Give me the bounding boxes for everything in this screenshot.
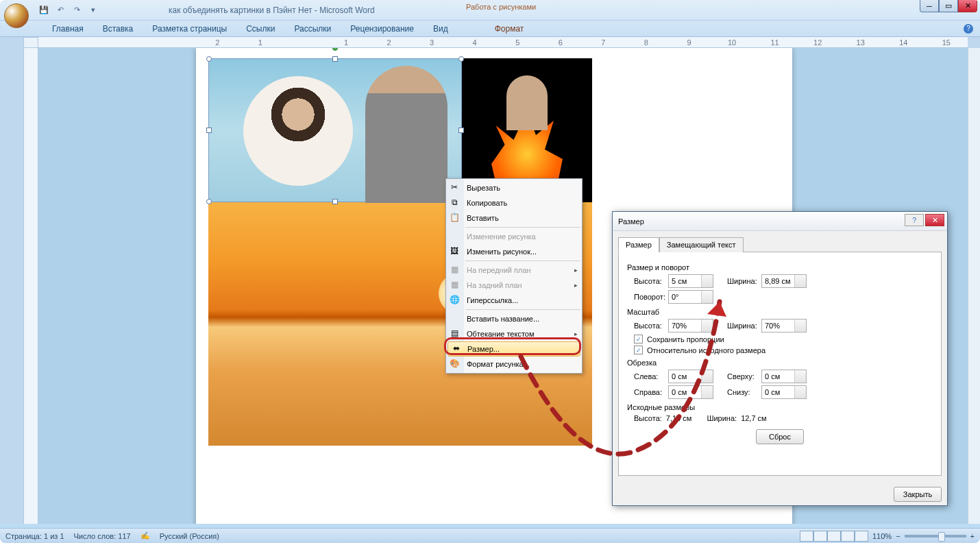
dialog-help-button[interactable]: ? <box>905 214 924 226</box>
menu-edit-image: Изменение рисунка <box>446 229 582 244</box>
selected-image[interactable] <box>208 58 462 202</box>
group-size-rotate: Размер и поворот <box>627 263 933 272</box>
menu-copy[interactable]: ⧉Копировать <box>446 195 582 210</box>
menu-text-wrap[interactable]: ▤Обтекание текстом <box>446 326 582 341</box>
send-back-icon: ▦ <box>449 280 460 291</box>
menu-cut[interactable]: ✂Вырезать <box>446 180 582 195</box>
save-icon[interactable]: 💾 <box>37 3 51 17</box>
ribbon-tab[interactable]: Рассылки <box>290 21 335 36</box>
quick-access-toolbar: 💾 ↶ ↷ ▾ <box>4 0 100 23</box>
group-scale: Масштаб <box>627 308 933 316</box>
proofing-icon[interactable]: ✍ <box>140 531 150 540</box>
status-bar: Страница: 1 из 1 Число слов: 117 ✍ Русск… <box>0 528 980 543</box>
crop-right-input[interactable]: 0 см▲▼ <box>668 385 713 399</box>
person-graphic <box>365 66 448 203</box>
zoom-level[interactable]: 110% <box>872 532 892 540</box>
resize-handle[interactable] <box>206 56 212 62</box>
status-page[interactable]: Страница: 1 из 1 <box>5 532 64 540</box>
resize-handle[interactable] <box>332 56 338 62</box>
group-original: Исходные размеры <box>627 403 933 411</box>
resize-handle[interactable] <box>206 199 212 204</box>
label-crop-right: Справа: <box>627 388 668 396</box>
height-input[interactable]: 5 см▲▼ <box>668 274 713 288</box>
width-input[interactable]: 8,89 см▲▼ <box>761 274 807 288</box>
size-icon: ⬌ <box>451 343 462 354</box>
dialog-titlebar[interactable]: Размер ? ✕ <box>613 212 947 231</box>
word-window: 💾 ↶ ↷ ▾ как объединять картинки в Пэйнт … <box>0 0 980 543</box>
close-button[interactable]: ✕ <box>958 0 977 12</box>
maximize-button[interactable]: ▭ <box>939 0 958 12</box>
menu-size[interactable]: ⬌Размер... <box>448 341 580 357</box>
menu-send-back: ▦На задний план <box>446 278 582 293</box>
rotate-input[interactable]: 0°▲▼ <box>668 290 713 304</box>
ruler-corner <box>23 37 38 48</box>
orig-height-value: 7,14 см <box>666 414 692 422</box>
resize-handle[interactable] <box>332 199 338 204</box>
vertical-ruler[interactable] <box>23 48 38 524</box>
label-width: Ширина: <box>713 277 761 285</box>
help-icon[interactable]: ? <box>964 24 973 34</box>
orig-height-label: Высота: <box>634 414 662 422</box>
ribbon-tab[interactable]: Главная <box>48 21 88 36</box>
vertical-scrollbar[interactable] <box>968 48 980 524</box>
menu-format-picture[interactable]: 🎨Формат рисунка... <box>446 357 582 372</box>
resize-handle[interactable] <box>458 128 464 133</box>
cut-icon: ✂ <box>449 182 460 193</box>
redo-icon[interactable]: ↷ <box>70 3 84 17</box>
ribbon-tab[interactable]: Вид <box>429 21 452 36</box>
context-menu: ✂Вырезать ⧉Копировать 📋Вставить Изменени… <box>445 178 583 374</box>
label-crop-top: Сверху: <box>713 372 761 381</box>
dialog-title: Размер <box>618 217 644 226</box>
group-crop: Обрезка <box>627 359 933 367</box>
menu-insert-caption[interactable]: Вставить название... <box>446 311 582 326</box>
status-language[interactable]: Русский (Россия) <box>160 532 219 540</box>
checkbox-relative-original[interactable]: ✓Относительно исходного размера <box>627 346 933 354</box>
label-height: Высота: <box>627 277 668 285</box>
resize-handle[interactable] <box>206 128 212 133</box>
menu-paste[interactable]: 📋Вставить <box>446 210 582 226</box>
wrap-icon: ▤ <box>449 328 460 339</box>
copy-icon: ⧉ <box>449 197 460 208</box>
tab-alt-text[interactable]: Замещающий текст <box>659 237 744 252</box>
crop-top-input[interactable]: 0 см▲▼ <box>761 370 807 383</box>
ribbon-tab[interactable]: Рецензирование <box>346 21 418 36</box>
close-dialog-button[interactable]: Закрыть <box>894 487 942 502</box>
crop-bottom-input[interactable]: 0 см▲▼ <box>761 385 807 399</box>
label-rotate: Поворот: <box>627 293 668 301</box>
ribbon-tab[interactable]: Ссылки <box>242 21 279 36</box>
orig-width-label: Ширина: <box>707 414 737 422</box>
zoom-out-icon[interactable]: − <box>896 532 900 540</box>
menu-change-image[interactable]: 🖼Изменить рисунок... <box>446 244 582 259</box>
reset-button[interactable]: Сброс <box>756 429 804 444</box>
zoom-in-icon[interactable]: + <box>970 532 975 540</box>
scale-height-input[interactable]: 70%▲▼ <box>668 319 713 333</box>
minimize-button[interactable]: ─ <box>920 0 939 12</box>
size-dialog: Размер ? ✕ Размер Замещающий текст Разме… <box>612 211 948 506</box>
dialog-tabs: Размер Замещающий текст <box>618 237 942 252</box>
horizontal-ruler[interactable]: 21123456789101112131415 <box>38 37 968 48</box>
orig-width-value: 12,7 см <box>741 414 767 422</box>
label-crop-left: Слева: <box>627 372 668 381</box>
zoom-slider[interactable] <box>905 535 966 538</box>
ribbon-tab[interactable]: Разметка страницы <box>148 21 231 36</box>
crop-left-input[interactable]: 0 см▲▼ <box>668 370 713 383</box>
dialog-close-button[interactable]: ✕ <box>925 214 944 226</box>
ribbon-tab[interactable]: Вставка <box>99 21 138 36</box>
document-title: как объединять картинки в Пэйнт Нет - Mi… <box>169 5 375 15</box>
checkbox-lock-aspect[interactable]: ✓Сохранить пропорции <box>627 335 933 343</box>
menu-hyperlink[interactable]: 🌐Гиперссылка... <box>446 293 582 308</box>
office-button[interactable] <box>4 3 29 28</box>
status-words[interactable]: Число слов: 117 <box>74 532 131 540</box>
rotate-handle[interactable] <box>332 48 338 51</box>
resize-handle[interactable] <box>458 56 464 62</box>
tab-size[interactable]: Размер <box>618 237 659 252</box>
scale-width-input[interactable]: 70%▲▼ <box>761 319 807 333</box>
format-icon: 🎨 <box>449 359 460 370</box>
menu-bring-front: ▦На передний план <box>446 263 582 278</box>
qat-dropdown-icon[interactable]: ▾ <box>86 3 100 17</box>
titlebar: 💾 ↶ ↷ ▾ как объединять картинки в Пэйнт … <box>0 0 980 21</box>
label-scale-height: Высота: <box>627 322 668 330</box>
view-buttons[interactable] <box>800 531 868 542</box>
undo-icon[interactable]: ↶ <box>53 3 67 17</box>
circle-portrait-graphic <box>243 76 353 186</box>
